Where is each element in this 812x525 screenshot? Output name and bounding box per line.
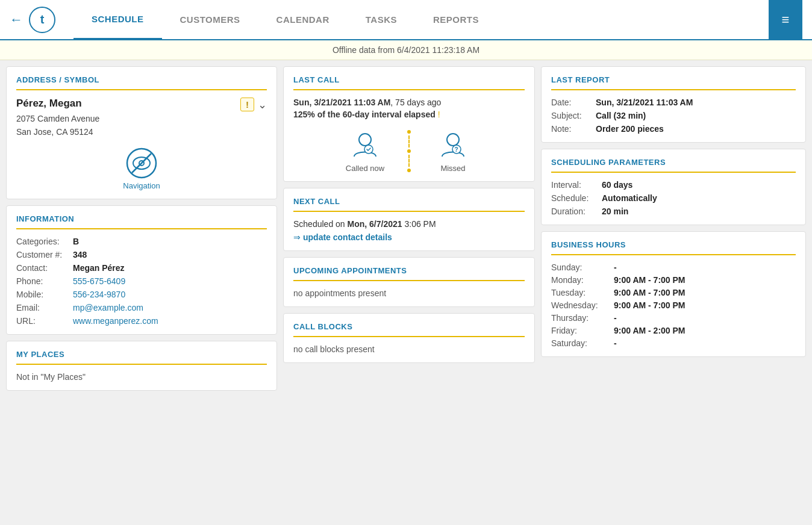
business-hours-panel: BUSINESS HOURS Sunday: - Monday: 9:00 AM…	[541, 231, 806, 357]
address-title: ADDRESS / SYMBOL	[16, 75, 267, 90]
no-call-blocks-text: no call blocks present	[293, 344, 525, 354]
next-call-text: Scheduled on Mon, 6/7/2021 3:06 PM	[293, 219, 525, 229]
address-line2: San Jose, CA 95124	[16, 125, 236, 138]
sunday-label: Sunday:	[551, 262, 611, 272]
nav-reports[interactable]: REPORTS	[415, 0, 497, 40]
interval-label: Interval:	[551, 180, 599, 190]
business-hours-title: BUSINESS HOURS	[551, 240, 796, 255]
report-note-value: Order 200 pieces	[596, 124, 796, 134]
info-grid: Categories: B Customer #: 348 Contact: M…	[16, 237, 267, 326]
information-title: INFORMATION	[16, 214, 267, 229]
my-places-title: MY PLACES	[16, 350, 267, 365]
offline-banner: Offline data from 6/4/2021 11:23:18 AM	[0, 40, 812, 60]
mobile-value[interactable]: 556-234-9870	[73, 290, 267, 299]
main-nav: SCHEDULE CUSTOMERS CALENDAR TASKS REPORT…	[73, 0, 769, 40]
next-call-panel: NEXT CALL Scheduled on Mon, 6/7/2021 3:0…	[283, 188, 535, 251]
no-appointments-text: no appointments present	[293, 288, 525, 298]
contact-value: Megan Pérez	[73, 263, 267, 273]
categories-value: B	[73, 237, 267, 246]
last-report-title: LAST REPORT	[551, 75, 796, 90]
middle-column: LAST CALL Sun, 3/21/2021 11:03 AM, 75 da…	[283, 66, 535, 517]
customer-num-label: Customer #:	[16, 250, 70, 259]
thursday-value: -	[614, 313, 796, 323]
address-row: Pérez, Megan 2075 Camden Avenue San Jose…	[16, 98, 267, 139]
called-now-button[interactable]: Called now	[329, 129, 401, 173]
left-column: ADDRESS / SYMBOL Pérez, Megan 2075 Camde…	[6, 66, 277, 517]
email-value[interactable]: mp@example.com	[73, 303, 267, 312]
back-button[interactable]: ←	[10, 12, 23, 28]
report-subject-label: Subject:	[551, 111, 593, 120]
categories-label: Categories:	[16, 237, 70, 246]
app-logo: t	[29, 7, 55, 33]
email-label: Email:	[16, 303, 70, 312]
monday-value: 9:00 AM - 7:00 PM	[614, 275, 796, 285]
last-call-interval: 125% of the 60-day interval elapsed !	[293, 110, 525, 119]
nav-schedule[interactable]: SCHEDULE	[73, 0, 162, 40]
contact-label: Contact:	[16, 263, 70, 273]
url-value[interactable]: www.meganperez.com	[73, 316, 267, 326]
scheduling-params-section: SCHEDULING PARAMETERS Interval: 60 days …	[542, 149, 805, 225]
address-info: Pérez, Megan 2075 Camden Avenue San Jose…	[16, 98, 236, 139]
navigation-button[interactable]: Navigation	[16, 148, 267, 190]
chevron-down-icon[interactable]: ⌄	[258, 98, 267, 111]
navigation-label: Navigation	[123, 181, 160, 190]
svg-point-6	[447, 134, 459, 146]
thursday-label: Thursday:	[551, 313, 611, 323]
hamburger-button[interactable]: ≡	[769, 0, 802, 40]
address-line1: 2075 Camden Avenue	[16, 112, 236, 125]
report-date-label: Date:	[551, 98, 593, 107]
hours-grid: Sunday: - Monday: 9:00 AM - 7:00 PM Tues…	[551, 262, 796, 348]
next-call-section: NEXT CALL Scheduled on Mon, 6/7/2021 3:0…	[284, 188, 534, 250]
last-report-section: LAST REPORT Date: Sun, 3/21/2021 11:03 A…	[542, 67, 805, 142]
scheduling-params-title: SCHEDULING PARAMETERS	[551, 158, 796, 173]
schedule-value: Automatically	[602, 193, 796, 203]
duration-label: Duration:	[551, 207, 599, 216]
nav-tasks[interactable]: TASKS	[348, 0, 415, 40]
address-section: ADDRESS / SYMBOL Pérez, Megan 2075 Camde…	[7, 67, 276, 199]
business-hours-section: BUSINESS HOURS Sunday: - Monday: 9:00 AM…	[542, 232, 805, 356]
friday-value: 9:00 AM - 2:00 PM	[614, 326, 796, 335]
monday-label: Monday:	[551, 275, 611, 285]
customer-num-value: 348	[73, 250, 267, 259]
phone-value[interactable]: 555-675-6409	[73, 276, 267, 286]
app-header: ← t SCHEDULE CUSTOMERS CALENDAR TASKS RE…	[0, 0, 812, 40]
right-column: LAST REPORT Date: Sun, 3/21/2021 11:03 A…	[541, 66, 806, 517]
last-call-panel: LAST CALL Sun, 3/21/2021 11:03 AM, 75 da…	[283, 66, 535, 182]
call-blocks-section: CALL BLOCKS no call blocks present	[284, 314, 534, 362]
last-call-section: LAST CALL Sun, 3/21/2021 11:03 AM, 75 da…	[284, 67, 534, 181]
upcoming-appointments-title: UPCOMING APPOINTMENTS	[293, 266, 525, 281]
tuesday-label: Tuesday:	[551, 288, 611, 297]
svg-line-3	[132, 154, 151, 173]
params-grid: Interval: 60 days Schedule: Automaticall…	[551, 180, 796, 216]
nav-calendar[interactable]: CALENDAR	[258, 0, 348, 40]
update-contact-link[interactable]: ⇒update contact details	[293, 232, 525, 242]
report-subject-value: Call (32 min)	[596, 111, 796, 120]
call-status-row: Called now	[293, 129, 525, 173]
called-now-icon	[349, 129, 381, 160]
friday-label: Friday:	[551, 326, 611, 335]
next-call-title: NEXT CALL	[293, 197, 525, 212]
address-panel: ADDRESS / SYMBOL Pérez, Megan 2075 Camde…	[6, 66, 277, 199]
last-report-panel: LAST REPORT Date: Sun, 3/21/2021 11:03 A…	[541, 66, 806, 143]
schedule-label: Schedule:	[551, 193, 599, 203]
information-panel: INFORMATION Categories: B Customer #: 34…	[6, 205, 277, 335]
alert-badge: !	[240, 98, 254, 111]
last-call-date: Sun, 3/21/2021 11:03 AM, 75 days ago	[293, 98, 525, 107]
mobile-label: Mobile:	[16, 290, 70, 299]
scheduling-params-panel: SCHEDULING PARAMETERS Interval: 60 days …	[541, 149, 806, 225]
report-note-label: Note:	[551, 124, 593, 134]
wednesday-label: Wednesday:	[551, 300, 611, 310]
missed-button[interactable]: ? Missed	[417, 129, 489, 173]
my-places-section: MY PLACES Not in "My Places"	[7, 341, 276, 390]
missed-label: Missed	[440, 164, 465, 173]
wednesday-value: 9:00 AM - 7:00 PM	[614, 300, 796, 310]
report-grid: Date: Sun, 3/21/2021 11:03 AM Subject: C…	[551, 98, 796, 134]
address-controls: ! ⌄	[240, 98, 267, 111]
upcoming-appointments-section: UPCOMING APPOINTMENTS no appointments pr…	[284, 258, 534, 306]
nav-customers[interactable]: CUSTOMERS	[162, 0, 258, 40]
sunday-value: -	[614, 262, 796, 272]
call-blocks-panel: CALL BLOCKS no call blocks present	[283, 313, 535, 363]
svg-point-4	[359, 134, 371, 146]
upcoming-appointments-panel: UPCOMING APPOINTMENTS no appointments pr…	[283, 257, 535, 307]
missed-icon: ?	[437, 129, 469, 160]
